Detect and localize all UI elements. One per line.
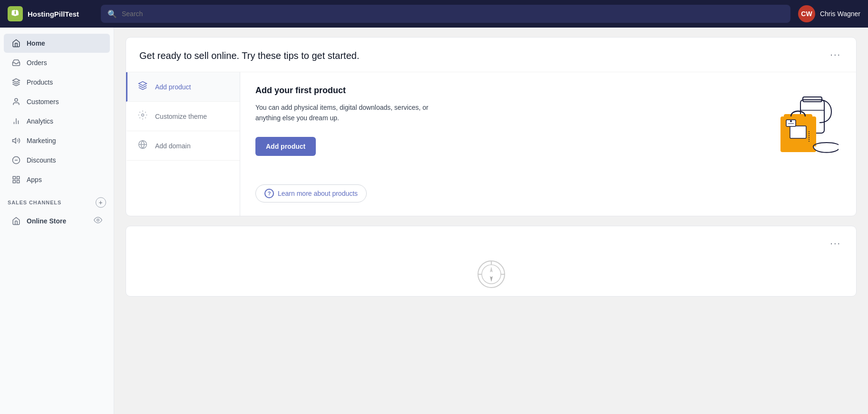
avatar: CW xyxy=(798,5,815,22)
more-options-button[interactable]: ··· xyxy=(828,49,843,60)
svg-rect-9 xyxy=(17,176,20,179)
tips-container: Add product Customize theme xyxy=(126,72,856,216)
search-icon: 🔍 xyxy=(107,10,117,19)
add-domain-icon xyxy=(137,140,148,152)
svg-point-27 xyxy=(790,120,792,122)
discounts-icon xyxy=(11,155,21,165)
card-title: Get ready to sell online. Try these tips… xyxy=(139,49,359,62)
second-card: ··· xyxy=(126,226,857,297)
marketing-icon xyxy=(11,136,21,145)
svg-rect-25 xyxy=(790,126,806,138)
svg-rect-11 xyxy=(13,181,15,183)
brand-name: HostingPillTest xyxy=(28,10,79,18)
brand-logo[interactable]: HostingPillTest xyxy=(8,6,93,21)
tip-label-add-domain: Add domain xyxy=(155,142,191,150)
tip-detail-description: You can add physical items, digital down… xyxy=(255,102,436,124)
online-store-left: Online Store xyxy=(11,216,66,226)
learn-more-icon: ? xyxy=(264,189,274,198)
sidebar-item-analytics[interactable]: Analytics xyxy=(4,112,110,131)
svg-marker-5 xyxy=(13,138,16,144)
sidebar-item-home[interactable]: Home xyxy=(4,34,110,53)
sidebar-item-products[interactable]: Products xyxy=(4,73,110,92)
sidebar: Home Orders Products xyxy=(0,28,114,414)
sidebar-label-analytics: Analytics xyxy=(27,117,53,125)
second-card-more-button[interactable]: ··· xyxy=(828,238,843,249)
product-illustration xyxy=(755,86,841,166)
svg-rect-10 xyxy=(17,181,20,183)
shopify-icon xyxy=(8,6,23,21)
tip-detail-content: Add your first product You can add physi… xyxy=(255,86,746,202)
app-body: Home Orders Products xyxy=(0,28,868,414)
home-icon xyxy=(11,39,21,48)
card-header: Get ready to sell online. Try these tips… xyxy=(126,38,856,72)
sidebar-item-marketing[interactable]: Marketing xyxy=(4,131,110,150)
products-icon xyxy=(11,77,21,87)
tips-list: Add product Customize theme xyxy=(126,72,240,216)
second-card-header: ··· xyxy=(126,226,856,260)
sidebar-item-discounts[interactable]: Discounts xyxy=(4,151,110,170)
sales-channels-label: SALES CHANNELS xyxy=(8,200,61,205)
user-menu[interactable]: CW Chris Wagner xyxy=(798,5,860,22)
main-content: Get ready to sell online. Try these tips… xyxy=(114,28,868,414)
tip-label-customize-theme: Customize theme xyxy=(155,113,207,120)
customers-icon xyxy=(11,97,21,106)
svg-point-15 xyxy=(97,219,99,221)
eye-icon[interactable] xyxy=(94,216,102,226)
sidebar-label-home: Home xyxy=(27,39,45,47)
add-product-icon xyxy=(137,81,148,93)
apps-icon xyxy=(11,175,21,184)
search-input[interactable] xyxy=(122,10,784,18)
svg-marker-0 xyxy=(13,79,20,83)
sidebar-item-online-store[interactable]: Online Store xyxy=(4,211,110,231)
analytics-icon xyxy=(11,116,21,126)
sidebar-item-orders[interactable]: Orders xyxy=(4,53,110,72)
tip-item-add-product[interactable]: Add product xyxy=(126,72,240,102)
add-sales-channel-button[interactable]: + xyxy=(96,197,106,208)
top-nav: HostingPillTest 🔍 CW Chris Wagner xyxy=(0,0,868,28)
sidebar-item-apps[interactable]: Apps xyxy=(4,170,110,189)
svg-rect-8 xyxy=(13,176,15,179)
tip-label-add-product: Add product xyxy=(155,83,191,91)
tip-detail-title: Add your first product xyxy=(255,86,746,96)
orders-icon xyxy=(11,58,21,67)
online-store-label: Online Store xyxy=(27,217,66,225)
tip-item-add-domain[interactable]: Add domain xyxy=(126,131,240,161)
sidebar-label-apps: Apps xyxy=(27,176,42,183)
online-store-icon xyxy=(11,216,21,226)
svg-marker-16 xyxy=(139,82,147,86)
user-name: Chris Wagner xyxy=(820,10,860,18)
learn-more-label: Learn more about products xyxy=(278,190,358,197)
sidebar-label-marketing: Marketing xyxy=(27,137,56,144)
sidebar-label-discounts: Discounts xyxy=(27,156,56,164)
tip-item-customize-theme[interactable]: Customize theme xyxy=(126,102,240,131)
compass-illustration xyxy=(477,260,506,289)
learn-more-button[interactable]: ? Learn more about products xyxy=(255,184,367,202)
svg-point-17 xyxy=(142,114,144,116)
svg-marker-36 xyxy=(490,267,493,272)
svg-point-1 xyxy=(15,98,18,101)
sidebar-label-orders: Orders xyxy=(27,59,47,67)
search-bar[interactable]: 🔍 xyxy=(101,5,790,23)
add-product-button[interactable]: Add product xyxy=(255,137,316,156)
sidebar-label-products: Products xyxy=(27,78,53,86)
tips-card: Get ready to sell online. Try these tips… xyxy=(126,37,857,216)
svg-marker-37 xyxy=(490,276,493,282)
customize-theme-icon xyxy=(137,110,148,122)
sidebar-item-customers[interactable]: Customers xyxy=(4,92,110,111)
sales-channels-header: SALES CHANNELS + xyxy=(0,190,114,211)
tip-detail: Add your first product You can add physi… xyxy=(240,72,856,216)
sidebar-label-customers: Customers xyxy=(27,98,59,106)
